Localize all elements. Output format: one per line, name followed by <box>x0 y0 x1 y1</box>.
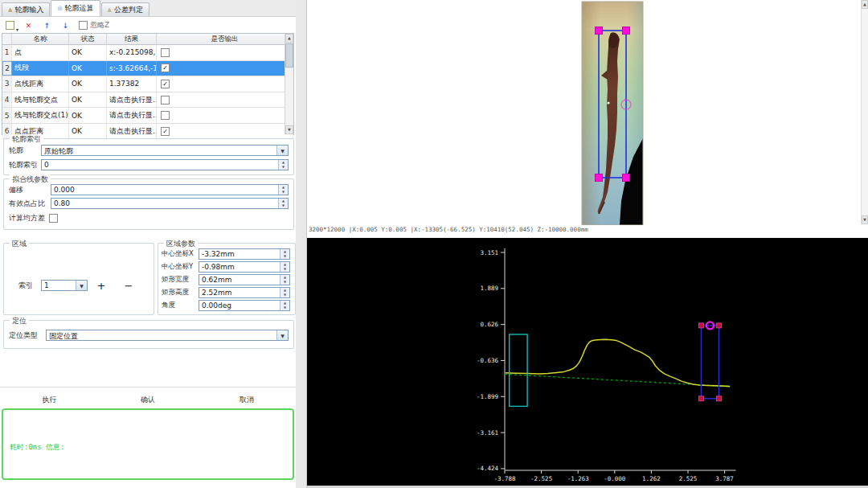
chevron-down-icon[interactable]: ▼ <box>76 281 87 290</box>
roi-handle[interactable] <box>623 174 630 182</box>
valid-ratio-spin[interactable]: 0.80 ▲▼ <box>51 198 289 209</box>
table-row[interactable]: 1点OKx:-0.215098,y... <box>2 45 293 61</box>
tab-tolerance[interactable]: ▲ 公差判定 <box>101 2 149 16</box>
scroll-up-icon[interactable]: ▲ <box>862 0 868 9</box>
contour-index-spin[interactable]: 0 ▲▼ <box>41 159 289 170</box>
spinner-arrows-icon[interactable]: ▲▼ <box>278 160 288 170</box>
roi-handle[interactable] <box>596 27 603 35</box>
output-checkbox[interactable] <box>161 127 170 136</box>
table-cell: 请点击执行显... <box>107 108 157 123</box>
table-cell: 3 <box>2 76 12 92</box>
spinner-arrows-icon[interactable]: ▲▼ <box>280 249 289 259</box>
header-output[interactable]: 是否输出 <box>157 34 293 44</box>
region-param-spin[interactable]: 2.52mm▲▼ <box>199 287 290 298</box>
region-group: 区域 索引 1 ▼ + − <box>3 243 154 315</box>
region-param-spin[interactable]: -3.32mm▲▼ <box>199 248 290 260</box>
scroll-down-icon[interactable]: ▼ <box>285 125 293 134</box>
plot-region-handle[interactable] <box>698 396 703 401</box>
x-tick-label: -1.263 <box>567 475 589 482</box>
region-param-value: 0.00deg <box>199 301 280 310</box>
table-cell <box>157 108 293 123</box>
chevron-down-icon[interactable]: ▼ <box>276 330 288 340</box>
plot-region-handle[interactable] <box>698 323 703 328</box>
table-cell: 5 <box>2 108 12 123</box>
header-status[interactable]: 状态 <box>69 34 107 44</box>
output-checkbox[interactable] <box>161 48 170 57</box>
confirm-button[interactable]: 确认 <box>99 392 198 405</box>
region-param-spin[interactable]: 0.62mm▲▼ <box>199 274 290 285</box>
move-up-button[interactable]: ↑ <box>42 20 52 31</box>
add-item-icon <box>6 21 14 30</box>
header-result[interactable]: 结果 <box>107 34 157 44</box>
tab-contour-calc[interactable]: ◎ 轮廓运算 <box>51 0 100 16</box>
table-cell: OK <box>69 45 107 60</box>
region-param-row: 角度0.00deg▲▼ <box>162 300 290 311</box>
spinner-arrows-icon[interactable]: ▲▼ <box>278 199 288 208</box>
group-title: 轮廓索引 <box>10 134 43 145</box>
table-row[interactable]: 3点线距离OK1.37382 <box>2 76 293 92</box>
pin-head <box>608 34 618 48</box>
roi-handle[interactable] <box>623 27 630 35</box>
tab-label: 轮廓运算 <box>65 1 94 16</box>
chevron-down-icon[interactable]: ▼ <box>276 146 288 155</box>
log-text: 耗时:0ms 信息: <box>10 442 65 453</box>
position-type-combo[interactable]: 固定位置 ▼ <box>46 330 289 341</box>
spinner-arrows-icon[interactable]: ▲▼ <box>280 301 289 310</box>
scrollbar-thumb[interactable] <box>285 43 293 68</box>
ignore-z-checkbox[interactable] <box>79 21 88 30</box>
output-checkbox[interactable] <box>161 96 170 105</box>
output-checkbox[interactable] <box>161 111 170 120</box>
table-cell: s:-3.62664,-1... <box>107 61 157 76</box>
table-row[interactable]: 5线与轮廓交点(1)OK请点击执行显... <box>2 108 293 124</box>
plot-region-2[interactable] <box>701 326 719 399</box>
header-name[interactable]: 名称 <box>12 34 69 44</box>
camera-image-view <box>307 0 868 225</box>
output-checkbox[interactable] <box>161 64 170 72</box>
image-scrollbar[interactable]: ▲ ▼ <box>861 0 868 224</box>
scroll-up-icon[interactable]: ▲ <box>285 34 293 43</box>
region-param-row: 中心坐标Y-0.98mm▲▼ <box>162 261 290 273</box>
delete-item-button[interactable]: ✕ <box>23 20 34 31</box>
cancel-button[interactable]: 取消 <box>197 392 296 405</box>
group-title: 定位 <box>10 316 29 326</box>
table-row[interactable]: 2线段OKs:-3.62664,-1... <box>2 61 293 77</box>
roi-handle[interactable] <box>596 174 603 182</box>
x-tick-label: -3.788 <box>493 475 516 482</box>
spinner-arrows-icon[interactable]: ▲▼ <box>280 262 289 272</box>
region-add-button[interactable]: + <box>88 279 115 292</box>
y-tick-label: -1.899 <box>477 393 498 400</box>
spinner-arrows-icon[interactable]: ▲▼ <box>278 185 288 195</box>
region-params-group: 区域参数 中心坐标X-3.32mm▲▼中心坐标Y-0.98mm▲▼矩形宽度0.6… <box>158 243 296 315</box>
contour-combo-value: 原始轮廓 <box>42 146 276 155</box>
region-param-spin[interactable]: 0.00deg▲▼ <box>199 300 290 311</box>
contour-index-value: 0 <box>42 160 278 170</box>
table-row[interactable]: 6点点距离OK请点击执行显... <box>2 124 293 140</box>
add-item-button[interactable] <box>5 20 15 31</box>
contour-index-label: 轮廓索引 <box>9 160 41 170</box>
offset-label: 偏移 <box>9 185 51 195</box>
plot-region-1[interactable] <box>510 334 527 406</box>
region-remove-button[interactable]: − <box>115 279 142 292</box>
region-param-label: 中心坐标Y <box>162 262 199 272</box>
region-index-combo[interactable]: 1 ▼ <box>41 280 88 291</box>
position-type-label: 定位类型 <box>9 330 46 341</box>
offset-spin[interactable]: 0.000 ▲▼ <box>51 184 289 195</box>
plot-region-handle[interactable] <box>716 396 721 401</box>
contour-combo[interactable]: 原始轮廓 ▼ <box>41 145 289 156</box>
mse-checkbox[interactable] <box>49 214 58 223</box>
spinner-arrows-icon[interactable]: ▲▼ <box>280 288 289 297</box>
table-row[interactable]: 4线与轮廓交点OK请点击执行显... <box>2 92 293 109</box>
panel-splitter[interactable] <box>296 0 307 488</box>
tab-contour-input[interactable]: ▲ 轮廓输入 <box>2 2 50 16</box>
region-param-value: -0.98mm <box>199 262 280 272</box>
table-scrollbar[interactable]: ▲ ▼ <box>285 34 293 134</box>
output-checkbox[interactable] <box>161 80 170 88</box>
scroll-down-icon[interactable]: ▼ <box>862 215 868 224</box>
execute-button[interactable]: 执行 <box>0 392 99 405</box>
x-tick-label: -2.525 <box>530 475 552 482</box>
region-param-spin[interactable]: -0.98mm▲▼ <box>199 261 290 273</box>
plot-region-handle[interactable] <box>716 323 721 328</box>
move-down-button[interactable]: ↓ <box>60 20 71 31</box>
spinner-arrows-icon[interactable]: ▲▼ <box>280 275 289 285</box>
group-title: 区域 <box>10 239 29 249</box>
